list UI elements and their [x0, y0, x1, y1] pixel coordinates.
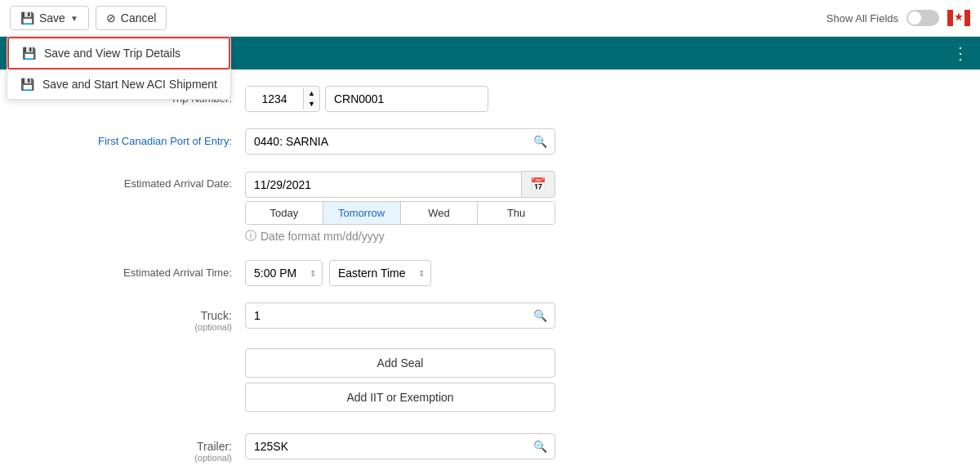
- date-format-hint: Date format mm/dd/yyyy: [261, 230, 385, 243]
- save-icon: 💾: [20, 11, 34, 25]
- cancel-button[interactable]: ⊘ Cancel: [96, 6, 167, 30]
- port-control: 🔍: [245, 128, 555, 155]
- timezone-select-wrap: Eastern Time Central Time Pacific Time ⇕: [329, 260, 431, 286]
- save-button[interactable]: 💾 Save ▼: [10, 6, 89, 30]
- svg-rect-0: [947, 10, 953, 26]
- toolbar-left: 💾 Save ▼ ⊘ Cancel: [10, 6, 167, 30]
- date-thu-button[interactable]: Thu: [478, 202, 555, 224]
- time-select[interactable]: 5:00 PM 6:00 PM: [245, 260, 323, 286]
- add-iit-button[interactable]: Add IIT or Exemption: [245, 383, 555, 412]
- cancel-icon: ⊘: [106, 11, 116, 25]
- time-group: 5:00 PM 6:00 PM ⇕ Eastern Time Central T…: [245, 260, 555, 286]
- time-select-wrap: 5:00 PM 6:00 PM ⇕: [245, 260, 323, 286]
- save-dropdown-arrow: ▼: [70, 14, 78, 23]
- trailer-input[interactable]: [245, 433, 555, 459]
- teal-bar-menu-icon[interactable]: ⋮: [952, 43, 970, 63]
- trip-number-spinner: ▲ ▼: [245, 86, 320, 112]
- save-new-aci-label: Save and Start New ACI Shipment: [42, 78, 217, 91]
- show-fields-toggle[interactable]: [906, 10, 939, 26]
- arrival-date-label: Estimated Arrival Date:: [33, 171, 245, 190]
- trip-number-input-group: ▲ ▼: [245, 86, 555, 112]
- trailer-row: Trailer: (optional) 🔍: [33, 433, 947, 463]
- add-seal-row: Add Seal Add IIT or Exemption: [245, 348, 947, 417]
- date-tomorrow-button[interactable]: Tomorrow: [323, 202, 401, 224]
- port-label: First Canadian Port of Entry:: [33, 128, 245, 147]
- port-row: First Canadian Port of Entry: 🔍: [33, 128, 947, 155]
- arrival-time-control: 5:00 PM 6:00 PM ⇕ Eastern Time Central T…: [245, 260, 555, 286]
- toolbar-right: Show All Fields: [826, 10, 970, 26]
- truck-label: Truck: (optional): [33, 302, 245, 332]
- save-view-trip-label: Save and View Trip Details: [44, 47, 180, 60]
- spinner-down-button[interactable]: ▼: [304, 99, 319, 110]
- crn-input[interactable]: [325, 86, 488, 112]
- arrival-time-row: Estimated Arrival Time: 5:00 PM 6:00 PM …: [33, 260, 947, 286]
- save-view-trip-icon: 💾: [22, 47, 36, 60]
- spinner-buttons: ▲ ▼: [303, 88, 319, 110]
- date-hint: ⓘ Date format mm/dd/yyyy: [245, 229, 555, 244]
- date-quick-buttons: Today Tomorrow Wed Thu: [245, 201, 555, 225]
- trip-number-input[interactable]: [246, 87, 303, 111]
- date-today-button[interactable]: Today: [246, 202, 323, 224]
- arrival-date-control: 📅 Today Tomorrow Wed Thu ⓘ Date format m…: [245, 171, 555, 244]
- info-icon: ⓘ: [245, 229, 256, 244]
- spinner-up-button[interactable]: ▲: [304, 88, 319, 99]
- truck-row: Truck: (optional) 🔍: [33, 302, 947, 332]
- trailer-label: Trailer: (optional): [33, 433, 245, 463]
- trailer-control: 🔍: [245, 433, 555, 459]
- save-view-trip-item[interactable]: 💾 Save and View Trip Details: [7, 37, 230, 69]
- save-dropdown-menu: 💾 Save and View Trip Details 💾 Save and …: [7, 36, 231, 100]
- port-input[interactable]: [245, 128, 555, 155]
- trailer-optional: (optional): [33, 453, 232, 463]
- date-wed-button[interactable]: Wed: [401, 202, 479, 224]
- svg-rect-2: [964, 10, 970, 26]
- cancel-label: Cancel: [121, 11, 157, 25]
- arrival-time-label: Estimated Arrival Time:: [33, 260, 245, 279]
- show-fields-label: Show All Fields: [826, 12, 898, 25]
- add-seal-button[interactable]: Add Seal: [245, 348, 555, 378]
- timezone-select[interactable]: Eastern Time Central Time Pacific Time: [329, 260, 431, 286]
- port-search-wrap: 🔍: [245, 128, 555, 155]
- truck-input[interactable]: [245, 302, 555, 329]
- truck-control: 🔍: [245, 302, 555, 329]
- save-new-aci-item[interactable]: 💾 Save and Start New ACI Shipment: [7, 69, 230, 99]
- add-seal-control: Add Seal Add IIT or Exemption: [245, 348, 555, 417]
- save-new-aci-icon: 💾: [20, 78, 34, 91]
- date-calendar-button[interactable]: 📅: [521, 171, 555, 198]
- arrival-date-input[interactable]: [245, 172, 521, 198]
- toolbar: 💾 Save ▼ ⊘ Cancel Show All Fields: [0, 0, 980, 37]
- trip-number-control: ▲ ▼: [245, 86, 555, 112]
- truck-search-wrap: 🔍: [245, 302, 555, 329]
- save-label: Save: [39, 11, 65, 25]
- arrival-date-row: Estimated Arrival Date: 📅 Today Tomorrow…: [33, 171, 947, 244]
- trailer-search-wrap: 🔍: [245, 433, 555, 459]
- main-content: Trip Number: ▲ ▼ First Canadian Port of …: [0, 69, 980, 466]
- port-search-icon: 🔍: [533, 135, 547, 148]
- truck-search-icon: 🔍: [533, 309, 547, 322]
- date-input-wrap: 📅: [245, 171, 555, 198]
- trailer-search-icon: 🔍: [533, 440, 547, 453]
- canada-flag: [947, 10, 970, 26]
- truck-optional: (optional): [33, 322, 232, 332]
